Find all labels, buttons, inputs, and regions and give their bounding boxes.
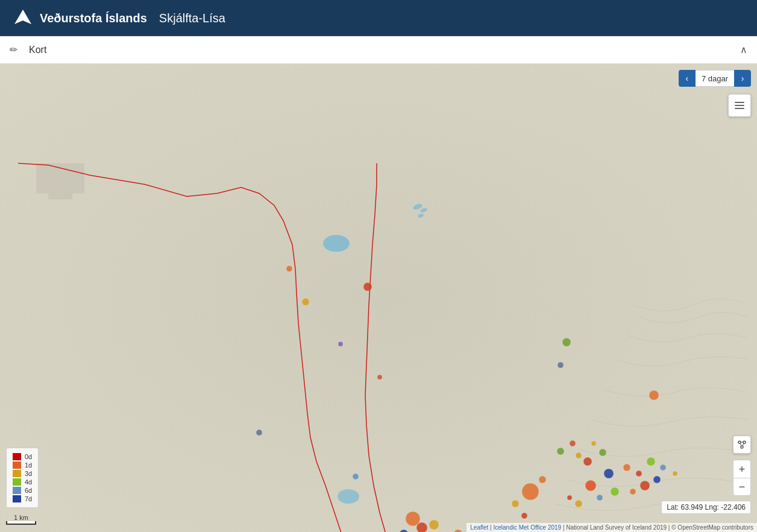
svg-rect-64	[735, 108, 744, 109]
svg-point-66	[743, 441, 746, 443]
leaflet-link[interactable]: Leaflet	[470, 524, 488, 531]
svg-rect-6	[66, 169, 84, 181]
draw-icon	[737, 439, 747, 450]
header-logo: Veðurstofa Íslands	[12, 7, 147, 29]
draw-tool-button[interactable]	[733, 436, 751, 454]
page-title: Kort	[29, 45, 46, 55]
legend-item: 4d	[13, 478, 32, 486]
toolbar: ✏ Kort ∧	[0, 36, 757, 64]
scale-bar: 1 km	[6, 514, 36, 525]
zoom-in-button[interactable]: +	[733, 460, 751, 478]
lat-value: 63.949	[681, 503, 703, 512]
svg-rect-5	[48, 181, 72, 199]
collapse-icon[interactable]: ∧	[740, 44, 747, 55]
svg-point-67	[741, 446, 743, 448]
svg-rect-62	[735, 102, 744, 103]
scale-bar-label: 1 km	[6, 514, 36, 521]
map-container[interactable]: ‹ 7 dagar › 0d1d3d4d6d7d + − 1 km	[0, 64, 757, 532]
svg-rect-3	[0, 64, 757, 532]
day-filter-label: 7 dagar	[696, 70, 734, 87]
coords-display: Lat: 63.949 Lng: -22.406	[661, 501, 751, 514]
edit-icon[interactable]: ✏	[10, 44, 22, 56]
layers-icon	[733, 99, 746, 112]
legend: 0d1d3d4d6d7d	[6, 448, 39, 508]
legend-item: 6d	[13, 487, 32, 494]
lake	[323, 235, 350, 252]
zoom-out-button[interactable]: −	[733, 478, 751, 496]
day-filter: ‹ 7 dagar ›	[679, 70, 751, 87]
legend-item: 1d	[13, 462, 32, 469]
prev-day-button[interactable]: ‹	[679, 70, 696, 87]
legend-item: 3d	[13, 470, 32, 477]
lat-label: Lat:	[667, 503, 679, 512]
logo-icon	[12, 7, 34, 29]
legend-item: 7d	[13, 495, 32, 502]
attribution: Leaflet | Icelandic Met Office 2019 | Na…	[466, 523, 757, 532]
svg-point-65	[738, 441, 741, 443]
header-org-name: Veðurstofa Íslands	[40, 11, 147, 25]
layers-button[interactable]	[728, 94, 751, 117]
met-office-link[interactable]: Icelandic Met Office 2019	[493, 524, 561, 531]
header-app-name: Skjálfta-Lísa	[159, 11, 225, 25]
map-svg	[0, 64, 757, 532]
next-day-button[interactable]: ›	[734, 70, 751, 87]
svg-line-69	[740, 443, 741, 446]
small-lake	[338, 489, 359, 504]
attribution-rest: | National Land Survey of Iceland 2019 |…	[563, 524, 753, 531]
lng-label: Lng:	[705, 503, 719, 512]
legend-item: 0d	[13, 453, 32, 460]
lng-value: -22.406	[721, 503, 746, 512]
svg-rect-63	[735, 105, 744, 106]
svg-marker-1	[23, 10, 31, 24]
header: Veðurstofa Íslands Skjálfta-Lísa	[0, 0, 757, 36]
zoom-controls: + −	[733, 460, 751, 496]
svg-line-70	[743, 443, 744, 446]
scale-bar-line	[6, 521, 36, 525]
toolbar-left: ✏ Kort	[10, 44, 46, 56]
